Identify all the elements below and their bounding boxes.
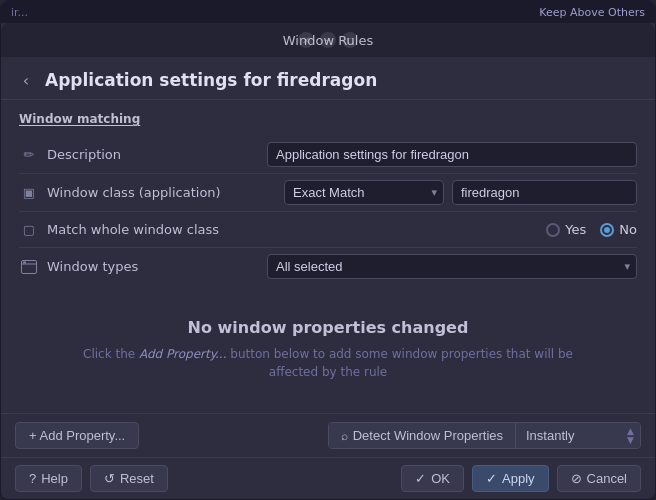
apply-check-icon: ✓	[486, 471, 497, 486]
description-label: Description	[47, 147, 227, 162]
back-button[interactable]: ‹	[15, 69, 37, 91]
window-class-input[interactable]	[452, 180, 637, 205]
radio-yes[interactable]: Yes	[546, 222, 586, 237]
empty-state: No window properties changed Click the A…	[1, 285, 655, 413]
window-title: Window Rules	[283, 33, 373, 48]
window-class-controls: Exact Match Substring Match Regular Expr…	[227, 180, 637, 205]
radio-yes-circle	[546, 223, 560, 237]
window-types-controls: All selected Normal Window Dialog Utilit…	[227, 254, 637, 279]
add-property-label: + Add Property...	[29, 428, 125, 443]
instantly-wrapper: Instantly On title change On focus ▲ ▼	[516, 423, 640, 448]
match-whole-label: Match whole window class	[47, 222, 227, 237]
radio-yes-label: Yes	[565, 222, 586, 237]
radio-no-circle	[600, 223, 614, 237]
detect-button[interactable]: ⌕ Detect Window Properties	[329, 423, 516, 448]
apply-label: Apply	[502, 471, 535, 486]
match-type-select[interactable]: Exact Match Substring Match Regular Expr…	[284, 180, 444, 205]
empty-state-desc: Click the Add Property... button below t…	[78, 345, 578, 381]
description-input[interactable]	[267, 142, 637, 167]
empty-desc-suffix: button below to add some window properti…	[227, 347, 573, 379]
empty-desc-prefix: Click the	[83, 347, 139, 361]
help-button[interactable]: ? Help	[15, 465, 82, 492]
window-class-icon: ▣	[19, 183, 39, 203]
window-types-icon	[19, 257, 39, 277]
reset-button[interactable]: ↺ Reset	[90, 465, 168, 492]
add-property-button[interactable]: + Add Property...	[15, 422, 139, 449]
window-types-label: Window types	[47, 259, 227, 274]
radio-no-label: No	[619, 222, 637, 237]
title-bar: ✕ − □ Window Rules	[1, 23, 655, 57]
reset-icon: ↺	[104, 471, 115, 486]
radio-group-match-whole: Yes No	[546, 222, 637, 237]
match-whole-row: ▢ Match whole window class Yes No	[19, 212, 637, 248]
description-row: ✏ Description	[19, 136, 637, 174]
ok-label: OK	[431, 471, 450, 486]
empty-desc-italic: Add Property...	[139, 347, 227, 361]
section-label: Window matching	[19, 112, 637, 126]
detect-wrapper: ⌕ Detect Window Properties Instantly On …	[328, 422, 641, 449]
cancel-icon: ⊘	[571, 471, 582, 486]
cancel-label: Cancel	[587, 471, 627, 486]
page-header: ‹ Application settings for firedragon	[1, 57, 655, 100]
help-icon: ?	[29, 471, 36, 486]
window-class-label: Window class (application)	[47, 185, 227, 200]
window-types-row: Window types All selected Normal Window …	[19, 248, 637, 285]
instantly-select[interactable]: Instantly On title change On focus	[516, 423, 640, 448]
main-window: ir... Keep Above Others ✕ − □ Window Rul…	[0, 0, 656, 500]
page-title: Application settings for firedragon	[45, 70, 377, 90]
ok-check-icon: ✓	[415, 471, 426, 486]
search-icon: ⌕	[341, 429, 348, 443]
reset-label: Reset	[120, 471, 154, 486]
radio-no[interactable]: No	[600, 222, 637, 237]
window-class-row: ▣ Window class (application) Exact Match…	[19, 174, 637, 212]
empty-state-title: No window properties changed	[188, 318, 469, 337]
ok-button[interactable]: ✓ OK	[401, 465, 464, 492]
match-whole-controls: Yes No	[227, 222, 637, 237]
window-types-select[interactable]: All selected Normal Window Dialog Utilit…	[267, 254, 637, 279]
svg-rect-2	[23, 261, 26, 263]
window-types-wrapper: All selected Normal Window Dialog Utilit…	[267, 254, 637, 279]
bottom-bar: ? Help ↺ Reset ✓ OK ✓ Apply ⊘ Cancel	[1, 457, 655, 499]
apply-button[interactable]: ✓ Apply	[472, 465, 549, 492]
taskbar-item-right: Keep Above Others	[539, 6, 645, 19]
cancel-button[interactable]: ⊘ Cancel	[557, 465, 641, 492]
help-label: Help	[41, 471, 68, 486]
detect-label: Detect Window Properties	[353, 428, 503, 443]
pencil-icon: ✏	[19, 145, 39, 165]
window-matching-section: Window matching ✏ Description ▣ Window c…	[1, 100, 655, 285]
description-controls	[227, 142, 637, 167]
match-type-wrapper: Exact Match Substring Match Regular Expr…	[284, 180, 444, 205]
taskbar-item-left: ir...	[11, 6, 28, 19]
match-whole-icon: ▢	[19, 220, 39, 240]
taskbar: ir... Keep Above Others	[1, 1, 655, 23]
action-bar: + Add Property... ⌕ Detect Window Proper…	[1, 413, 655, 457]
